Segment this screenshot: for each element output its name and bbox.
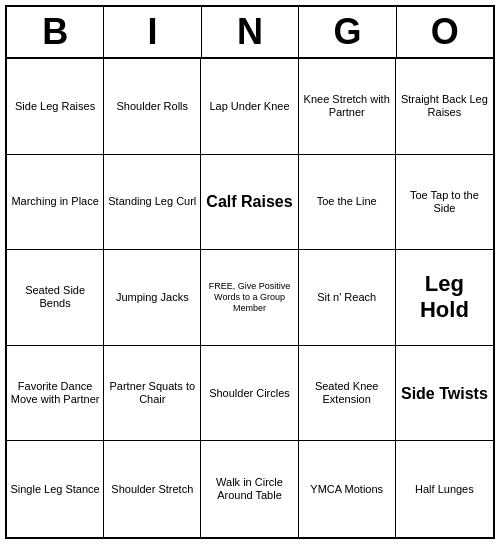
bingo-cell[interactable]: Walk in Circle Around Table	[201, 441, 298, 537]
bingo-cell[interactable]: Leg Hold	[396, 250, 493, 346]
bingo-cell[interactable]: FREE, Give Positive Words to a Group Mem…	[201, 250, 298, 346]
bingo-cell[interactable]: Side Twists	[396, 346, 493, 442]
bingo-cell[interactable]: Shoulder Circles	[201, 346, 298, 442]
bingo-card: BINGO Side Leg RaisesShoulder RollsLap U…	[5, 5, 495, 539]
bingo-cell[interactable]: Shoulder Rolls	[104, 59, 201, 155]
header-letter-o: O	[397, 7, 493, 59]
bingo-cell[interactable]: Lap Under Knee	[201, 59, 298, 155]
bingo-cell[interactable]: Straight Back Leg Raises	[396, 59, 493, 155]
bingo-cell[interactable]: Half Lunges	[396, 441, 493, 537]
bingo-cell[interactable]: Marching in Place	[7, 155, 104, 251]
bingo-cell[interactable]: Toe the Line	[299, 155, 396, 251]
bingo-cell[interactable]: Seated Side Bends	[7, 250, 104, 346]
bingo-cell[interactable]: Single Leg Stance	[7, 441, 104, 537]
header-letter-g: G	[299, 7, 396, 59]
bingo-cell[interactable]: YMCA Motions	[299, 441, 396, 537]
bingo-cell[interactable]: Partner Squats to Chair	[104, 346, 201, 442]
bingo-cell[interactable]: Standing Leg Curl	[104, 155, 201, 251]
bingo-cell[interactable]: Sit n' Reach	[299, 250, 396, 346]
bingo-cell[interactable]: Toe Tap to the Side	[396, 155, 493, 251]
bingo-cell[interactable]: Knee Stretch with Partner	[299, 59, 396, 155]
bingo-cell[interactable]: Jumping Jacks	[104, 250, 201, 346]
bingo-grid: Side Leg RaisesShoulder RollsLap Under K…	[7, 59, 493, 537]
header-letter-i: I	[104, 7, 201, 59]
bingo-cell[interactable]: Calf Raises	[201, 155, 298, 251]
bingo-header: BINGO	[7, 7, 493, 59]
bingo-cell[interactable]: Seated Knee Extension	[299, 346, 396, 442]
header-letter-b: B	[7, 7, 104, 59]
header-letter-n: N	[202, 7, 299, 59]
bingo-cell[interactable]: Shoulder Stretch	[104, 441, 201, 537]
bingo-cell[interactable]: Favorite Dance Move with Partner	[7, 346, 104, 442]
bingo-cell[interactable]: Side Leg Raises	[7, 59, 104, 155]
